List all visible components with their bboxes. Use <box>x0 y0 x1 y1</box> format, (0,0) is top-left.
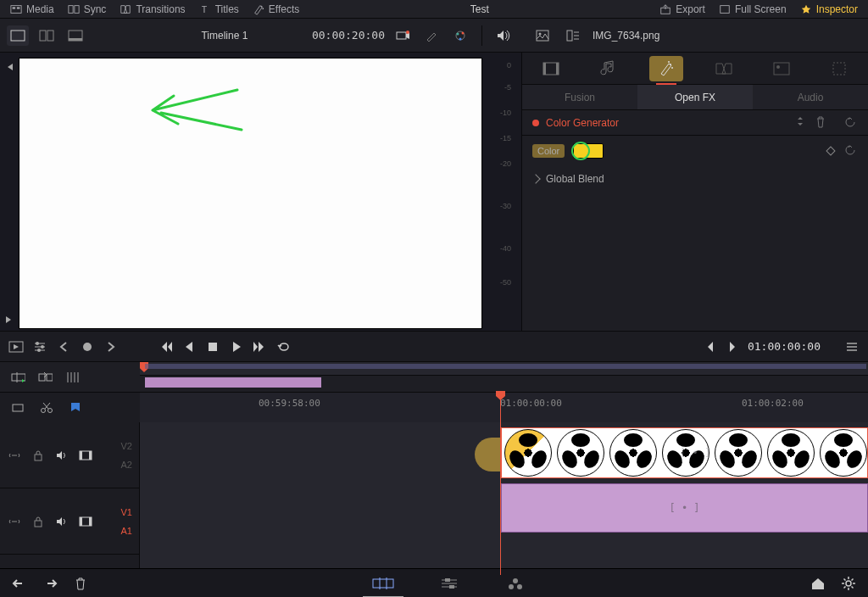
step-back-icon[interactable] <box>181 339 197 354</box>
insert-mode-icon[interactable] <box>10 370 25 385</box>
clip-handle-icon[interactable]: [ • ] <box>669 502 699 514</box>
image-icon[interactable] <box>531 25 554 46</box>
prev-icon[interactable] <box>56 339 71 354</box>
edit-page-icon[interactable] <box>429 573 470 594</box>
transition-tab-icon[interactable] <box>707 56 741 81</box>
effects-tab-icon[interactable] <box>649 56 683 81</box>
keyframe-diamond-icon[interactable] <box>826 146 835 155</box>
home-icon[interactable] <box>810 576 826 591</box>
overview-ruler[interactable] <box>140 362 868 392</box>
fusion-subtab[interactable]: Fusion <box>522 85 637 109</box>
svg-rect-2 <box>17 7 20 8</box>
selection-tool-icon[interactable] <box>10 400 25 416</box>
svg-point-34 <box>776 65 780 69</box>
clip-thumbnail-icon <box>557 429 604 477</box>
effect-header[interactable]: Color Generator <box>522 110 868 136</box>
link-icon[interactable] <box>7 514 22 529</box>
inspector-subtabs: Fusion Open FX Audio <box>522 85 868 110</box>
mark-out-icon[interactable] <box>726 339 741 354</box>
link-icon[interactable] <box>7 448 22 463</box>
playhead-timecode[interactable]: 01:00:00:00 <box>748 340 821 353</box>
mark-in-icon[interactable] <box>702 339 717 354</box>
color-wheel-icon[interactable] <box>449 25 471 46</box>
toggle-source-icon[interactable] <box>8 339 24 354</box>
track-a2-label[interactable]: A2 <box>121 460 132 470</box>
prev-edit-icon[interactable] <box>5 63 14 71</box>
effects-tab[interactable]: Effects <box>246 0 306 19</box>
color-page-icon[interactable] <box>495 573 536 594</box>
reset-param-icon[interactable] <box>844 144 858 158</box>
timeline-ruler[interactable]: 00:59:58:00 01:00:00:00 01:00:02:00 <box>140 393 868 422</box>
delete-icon[interactable] <box>73 576 88 591</box>
track-v2-label[interactable]: V2 <box>121 441 132 451</box>
timeline-name[interactable]: Timeline 1 <box>93 30 305 42</box>
timeline-playhead[interactable] <box>500 393 501 422</box>
razor-tool-icon[interactable] <box>39 400 54 416</box>
transitions-tab[interactable]: Transitions <box>113 0 192 19</box>
loop-icon[interactable] <box>276 339 292 354</box>
track-header-v1a1[interactable]: V1A1 <box>0 488 139 555</box>
stop-icon[interactable] <box>205 339 220 354</box>
video-clip-v1[interactable]: [ • ] <box>501 427 868 478</box>
audio-subtab[interactable]: Audio <box>753 85 868 109</box>
file-tab-icon[interactable] <box>822 56 856 81</box>
video-tab-icon[interactable] <box>534 56 568 81</box>
effect-enable-dot[interactable] <box>532 120 539 126</box>
view-mode-cinema[interactable] <box>64 25 86 46</box>
magic-wand-icon[interactable] <box>420 25 442 46</box>
image-tab-icon[interactable] <box>765 56 798 81</box>
trash-icon[interactable] <box>815 116 829 130</box>
openfx-subtab[interactable]: Open FX <box>637 85 753 109</box>
view-mode-dual[interactable] <box>36 25 58 46</box>
redo-icon[interactable] <box>42 576 58 591</box>
track-header-v2a2[interactable]: V2A2 <box>0 422 139 488</box>
inspector-category-tabs <box>522 53 868 85</box>
undo-icon[interactable] <box>12 576 27 591</box>
svg-point-56 <box>42 408 46 412</box>
goto-end-icon[interactable] <box>253 339 268 354</box>
menu-icon[interactable] <box>844 339 860 354</box>
color-swatch[interactable] <box>573 143 604 159</box>
sync-tab[interactable]: Sync <box>61 0 114 19</box>
cut-page-icon[interactable] <box>363 573 403 594</box>
reset-icon[interactable] <box>844 116 858 130</box>
fullscreen-button[interactable]: Full Screen <box>712 0 793 19</box>
overwrite-mode-icon[interactable] <box>37 370 53 385</box>
video-enable-icon[interactable] <box>78 514 93 529</box>
expand-icon[interactable] <box>795 116 809 130</box>
video-enable-icon[interactable] <box>78 448 93 463</box>
lock-icon[interactable] <box>31 514 46 529</box>
clip-handle-icon[interactable]: [ • ] <box>680 447 710 459</box>
marker-tool-icon[interactable] <box>68 400 83 416</box>
playhead-line[interactable] <box>500 422 501 575</box>
viewer-canvas[interactable] <box>19 58 482 329</box>
track-a1-label[interactable]: A1 <box>121 526 132 536</box>
titles-tab[interactable]: TTitles <box>192 0 246 19</box>
speaker-icon[interactable] <box>54 448 70 463</box>
play-icon[interactable] <box>229 339 244 354</box>
track-v1-label[interactable]: V1 <box>121 507 132 517</box>
inspector-button[interactable]: Inspector <box>793 0 865 19</box>
audio-tab-icon[interactable] <box>592 56 626 81</box>
record-icon[interactable] <box>80 339 95 354</box>
camera-icon[interactable] <box>392 25 414 46</box>
goto-start-icon[interactable] <box>158 339 173 354</box>
export-button[interactable]: Export <box>653 0 712 19</box>
media-tab[interactable]: Media <box>3 0 61 19</box>
ripple-mode-icon[interactable] <box>64 370 80 385</box>
speaker-icon[interactable] <box>54 514 70 529</box>
overview-clip[interactable] <box>145 377 321 388</box>
audio-clip-a1[interactable]: [ • ] <box>501 483 868 533</box>
volume-icon[interactable] <box>492 25 515 46</box>
view-mode-single[interactable] <box>7 25 29 46</box>
next-icon[interactable] <box>103 339 119 354</box>
metadata-icon[interactable] <box>562 25 584 46</box>
next-edit-icon[interactable] <box>5 315 14 324</box>
global-blend-section[interactable]: Global Blend <box>522 166 868 192</box>
track-content-area[interactable]: [ • ] [ • ] <box>140 422 868 575</box>
clip-thumbnail-icon <box>820 429 867 477</box>
settings-sliders-icon[interactable] <box>32 339 47 354</box>
lock-icon[interactable] <box>31 448 46 463</box>
titles-icon: T <box>199 3 211 15</box>
settings-gear-icon[interactable] <box>841 576 856 591</box>
